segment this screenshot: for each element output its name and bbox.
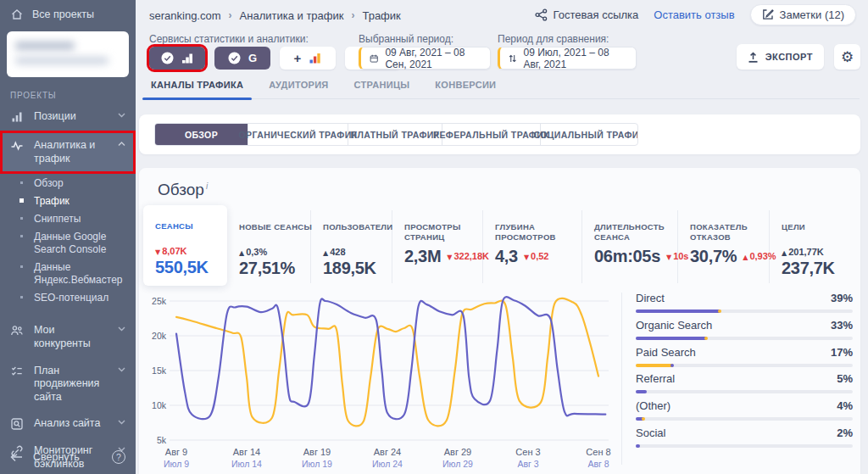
- guest-link-label: Гостевая ссылка: [554, 8, 639, 21]
- tab-2[interactable]: АУДИТОРИЯ: [267, 78, 330, 98]
- sidebar-subitem-link[interactable]: Сниппеты: [0, 210, 136, 228]
- channel-bar-tip: [704, 337, 708, 340]
- subtab-2[interactable]: ОРГАНИЧЕСКИЙ ТРАФИК: [248, 124, 348, 145]
- all-projects-link[interactable]: Все проекты: [0, 0, 136, 29]
- check-circle-icon: [228, 52, 241, 64]
- sidebar-item-audit[interactable]: Анализ сайта: [0, 410, 136, 438]
- bullet-icon: [20, 181, 23, 184]
- compare-date-picker[interactable]: 09 Июл, 2021 – 08 Авг, 2021: [498, 47, 637, 70]
- channel-bar-track: [636, 364, 853, 367]
- breadcrumb-section[interactable]: Аналитика и трафик: [240, 9, 344, 22]
- sidebar-subitem-link[interactable]: Обзор: [0, 175, 136, 192]
- subtab-5[interactable]: СОЦИАЛЬНЫЙ ТРАФИК: [541, 124, 637, 145]
- subtab-1[interactable]: ОБЗОР: [155, 124, 248, 145]
- info-icon[interactable]: i: [206, 181, 208, 191]
- traffic-chart[interactable]: 25k20k15k10k5kАвг 9Июл 9Авг 14Июл 14Авг …: [144, 291, 624, 471]
- arrow-down-icon: ▼: [155, 248, 160, 256]
- metric-label: ГЛУБИНА ПРОСМОТРОВ: [495, 222, 573, 243]
- y-tick-label: 5k: [157, 435, 167, 445]
- metric-card-2[interactable]: НОВЫЕ СЕАНСЫ▲0,3%27,51%: [227, 210, 311, 283]
- channel-percent: 39%: [831, 292, 853, 304]
- app-window: Все проекты ПРОЕКТЫ Позиции Аналитика и …: [0, 0, 868, 474]
- tab-1[interactable]: КАНАЛЫ ТРАФИКА: [149, 78, 245, 98]
- metric-value: 189,5K: [323, 259, 383, 278]
- metric-card-4[interactable]: ПРОСМОТРЫ СТРАНИЦ2,3M▼322,18K: [392, 210, 483, 283]
- service-google-active-button[interactable]: G: [214, 47, 270, 70]
- channel-row[interactable]: Referral5%: [636, 372, 853, 399]
- metric-card-7[interactable]: ПОКАЗАТЕЛЬ ОТКАЗОВ30,7%▲0,93%: [678, 210, 770, 283]
- x-tick-primary: Авг 19: [303, 447, 331, 457]
- channel-row[interactable]: Social2%: [636, 427, 853, 454]
- sidebar-item-plan[interactable]: План продвижения сайта: [0, 358, 136, 411]
- project-thumbnail[interactable]: [7, 31, 129, 77]
- metric-value: 550,5K: [155, 258, 219, 277]
- sidebar-subitem-link[interactable]: Данные Google Search Console: [0, 228, 136, 259]
- breadcrumb-page[interactable]: Трафик: [362, 9, 400, 22]
- guest-link-button[interactable]: Гостевая ссылка: [535, 8, 639, 21]
- header-actions: Гостевая ссылка Оставить отзыв Заметки (…: [535, 3, 856, 25]
- tab-4[interactable]: КОНВЕРСИИ: [433, 78, 498, 98]
- channel-name: Direct: [636, 292, 665, 304]
- notes-button[interactable]: Заметки (12): [750, 4, 856, 25]
- service-seranking-active-button[interactable]: [149, 47, 205, 70]
- bullet-icon: [20, 217, 23, 220]
- sidebar-item-analytics-traffic[interactable]: Аналитика и трафик: [2, 132, 134, 172]
- sidebar-item-competitors[interactable]: Мои конкуренты: [0, 317, 136, 357]
- stairs-stats-icon: [181, 53, 193, 64]
- export-button[interactable]: ЭКСПОРТ: [737, 44, 824, 70]
- export-icon: [748, 52, 759, 63]
- sidebar-item-positions[interactable]: Позиции: [0, 103, 136, 131]
- sidebar-subitem-link[interactable]: SEO-потенциал: [0, 289, 136, 307]
- chevron-right-icon: ›: [229, 9, 232, 21]
- arrow-left-icon: [10, 452, 23, 462]
- services-label: Сервисы статистики и аналитики:: [149, 33, 309, 45]
- metric-label: ПОЛЬЗОВАТЕЛИ: [323, 222, 383, 243]
- channel-row[interactable]: Organic Search33%: [636, 319, 853, 346]
- sidebar-subitem-link[interactable]: Данные Яндекс.Вебмастер: [0, 259, 136, 289]
- notes-label: Заметки (12): [780, 8, 844, 21]
- bar-chart-icon: [10, 110, 24, 124]
- metric-card-6[interactable]: ДЛИТЕЛЬНОСТЬ СЕАНСА06m:05s▼10s: [582, 210, 678, 283]
- breadcrumb: seranking.com › Аналитика и трафик › Тра…: [149, 7, 401, 24]
- metric-card-1[interactable]: СЕАНСЫ▼8,07K550,5K: [143, 205, 227, 286]
- x-tick-secondary: Июл 9: [164, 459, 189, 469]
- y-tick-label: 25k: [152, 296, 167, 306]
- audit-icon: [10, 417, 24, 431]
- metric-value: 06m:05s: [594, 247, 660, 266]
- metric-label: НОВЫЕ СЕАНСЫ: [239, 222, 302, 243]
- channel-row[interactable]: Direct39%: [636, 292, 853, 319]
- subtab-3[interactable]: ПЛАТНЫЙ ТРАФИК: [348, 124, 442, 145]
- channel-percent: 33%: [831, 319, 853, 332]
- period-date-picker[interactable]: 09 Авг, 2021 – 08 Сен, 2021: [359, 47, 491, 70]
- metric-delta: ▼8,07K: [155, 246, 187, 256]
- period-value: 09 Авг, 2021 – 08 Сен, 2021: [385, 47, 481, 70]
- breadcrumb-domain[interactable]: seranking.com: [149, 9, 221, 22]
- channel-bar-track: [636, 337, 853, 340]
- channel-row[interactable]: Paid Search17%: [636, 346, 853, 373]
- calendar-icon: [370, 53, 378, 64]
- gear-icon: ⚙: [841, 50, 854, 64]
- settings-button[interactable]: ⚙: [834, 44, 860, 70]
- feedback-link[interactable]: Оставить отзыв: [654, 8, 734, 21]
- add-google-analytics-button[interactable]: +: [280, 47, 336, 70]
- metric-delta: ▲0,3%: [239, 247, 267, 257]
- tab-3[interactable]: СТРАНИЦЫ: [353, 78, 412, 98]
- pulse-icon: [10, 139, 24, 153]
- chevron-up-icon: [118, 142, 125, 147]
- help-icon[interactable]: ?: [112, 450, 125, 464]
- export-label: ЭКСПОРТ: [765, 52, 813, 62]
- traffic-type-segmented-control: ОБЗОРОРГАНИЧЕСКИЙ ТРАФИКПЛАТНЫЙ ТРАФИКРЕ…: [154, 123, 638, 146]
- collapse-sidebar-button[interactable]: Свернуть: [10, 451, 80, 463]
- metric-card-5[interactable]: ГЛУБИНА ПРОСМОТРОВ4,3▼0,52: [483, 210, 582, 283]
- subtab-4[interactable]: РЕФЕРАЛЬНЫЙ ТРАФИК: [442, 124, 541, 145]
- arrow-up-icon: ▲: [323, 249, 328, 257]
- metric-card-3[interactable]: ПОЛЬЗОВАТЕЛИ▲428189,5K: [311, 210, 392, 283]
- x-tick-primary: Авг 9: [165, 447, 187, 457]
- sidebar-subitem-active[interactable]: Трафик: [0, 192, 136, 210]
- check-circle-icon: [161, 52, 174, 64]
- channel-row[interactable]: (Other)4%: [636, 399, 853, 427]
- sidebar-item-label: Аналитика и трафик: [34, 139, 108, 165]
- x-tick-primary: Сен 8: [586, 447, 610, 457]
- metric-card-8[interactable]: ЦЕЛИ▲201,77K237,7K: [770, 210, 854, 283]
- x-tick-secondary: Авг 8: [587, 459, 609, 469]
